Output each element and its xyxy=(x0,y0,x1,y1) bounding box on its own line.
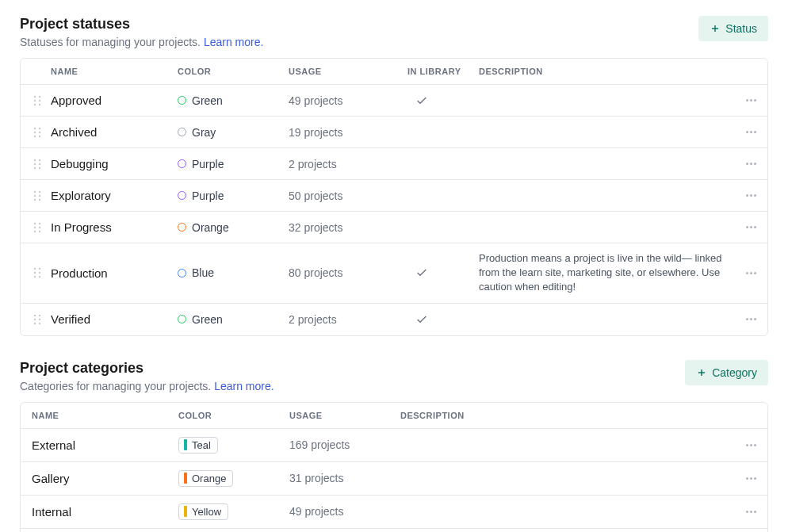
color-chip[interactable]: Teal xyxy=(178,437,218,454)
svg-point-6 xyxy=(34,103,36,105)
table-row: InternalYellow49 projects xyxy=(21,496,767,529)
add-status-button[interactable]: Status xyxy=(698,16,768,41)
drag-handle-icon[interactable] xyxy=(32,159,43,170)
table-row: ArchivedGray19 projects xyxy=(21,117,767,148)
statuses-table: Name Color Usage In Library Description … xyxy=(20,58,768,336)
svg-point-32 xyxy=(34,268,36,270)
status-usage: 49 projects xyxy=(289,94,407,107)
statuses-table-head: Name Color Usage In Library Description xyxy=(21,59,767,85)
drag-handle-icon[interactable] xyxy=(32,267,43,278)
color-swatch-icon xyxy=(178,159,186,168)
svg-point-18 xyxy=(34,166,36,168)
more-horizontal-icon xyxy=(746,444,756,446)
row-actions-button[interactable] xyxy=(733,163,756,165)
statuses-section: Project statuses Statuses for managing y… xyxy=(20,16,768,336)
color-swatch-icon xyxy=(178,315,186,323)
drag-handle-icon[interactable] xyxy=(32,314,43,325)
category-name: Gallery xyxy=(32,472,178,485)
row-actions-button[interactable] xyxy=(733,226,756,228)
svg-point-26 xyxy=(34,222,36,224)
table-row: ExternalTeal169 projects xyxy=(21,429,767,462)
color-chip[interactable]: Yellow xyxy=(178,503,228,520)
svg-point-39 xyxy=(39,314,40,316)
svg-point-25 xyxy=(39,198,40,200)
color-label: Orange xyxy=(192,473,226,484)
status-color: Green xyxy=(178,94,289,107)
statuses-header: Project statuses Statuses for managing y… xyxy=(20,16,768,48)
category-color: Teal xyxy=(178,437,289,454)
color-label: Orange xyxy=(192,221,229,234)
color-label: Purple xyxy=(192,189,224,202)
svg-point-22 xyxy=(34,194,36,196)
svg-point-14 xyxy=(34,159,36,160)
more-horizontal-icon xyxy=(746,226,756,228)
color-bar-icon xyxy=(184,439,187,450)
drag-handle-icon[interactable] xyxy=(32,222,43,233)
category-name: Internal xyxy=(32,505,178,519)
svg-point-40 xyxy=(34,318,36,320)
category-name: External xyxy=(32,438,178,452)
col-in-library: In Library xyxy=(407,67,479,76)
more-horizontal-icon xyxy=(746,131,756,133)
more-horizontal-icon xyxy=(746,272,756,274)
add-status-label: Status xyxy=(725,22,757,35)
check-icon xyxy=(415,266,428,279)
categories-heading-block: Project categories Categories for managi… xyxy=(20,360,274,392)
drag-handle-icon[interactable] xyxy=(32,190,43,201)
color-label: Blue xyxy=(192,266,214,279)
svg-point-4 xyxy=(34,99,36,101)
svg-point-36 xyxy=(34,276,36,277)
more-horizontal-icon xyxy=(746,99,756,101)
category-usage: 49 projects xyxy=(289,505,400,518)
table-row: GalleryOrange31 projects xyxy=(21,462,767,496)
svg-point-3 xyxy=(39,95,40,97)
row-actions-button[interactable] xyxy=(733,477,756,480)
categories-subtitle-text: Categories for managing your projects. xyxy=(20,380,214,392)
status-name: Verified xyxy=(51,312,178,326)
categories-header: Project categories Categories for managi… xyxy=(20,360,768,392)
categories-learn-more-link[interactable]: Learn more. xyxy=(214,380,274,392)
categories-table-head: Name Color Usage Description xyxy=(21,403,767,429)
status-color: Green xyxy=(178,313,289,326)
categories-title: Project categories xyxy=(20,360,274,377)
row-actions-button[interactable] xyxy=(733,99,756,101)
add-category-button[interactable]: Category xyxy=(685,360,768,385)
statuses-learn-more-link[interactable]: Learn more. xyxy=(204,36,263,48)
color-label: Green xyxy=(192,313,223,326)
svg-point-23 xyxy=(39,194,40,196)
row-actions-button[interactable] xyxy=(733,318,756,320)
status-name: Debugging xyxy=(51,157,178,170)
more-horizontal-icon xyxy=(746,194,756,197)
row-actions-button[interactable] xyxy=(733,194,756,197)
status-in-library xyxy=(407,94,479,107)
status-usage: 50 projects xyxy=(289,189,407,202)
statuses-subtitle-text: Statuses for managing your projects. xyxy=(20,36,204,48)
svg-point-9 xyxy=(39,127,40,128)
status-usage: 32 projects xyxy=(289,221,407,234)
status-name: Production xyxy=(51,266,178,280)
status-color: Orange xyxy=(178,221,289,234)
plus-icon xyxy=(710,23,721,34)
color-chip[interactable]: Orange xyxy=(178,470,233,487)
category-color: Orange xyxy=(178,470,289,487)
check-icon xyxy=(415,94,428,107)
row-actions-button[interactable] xyxy=(733,511,756,513)
drag-handle-icon[interactable] xyxy=(32,127,43,138)
col-description: Description xyxy=(400,411,733,420)
categories-subtitle: Categories for managing your projects. L… xyxy=(20,380,274,392)
svg-point-12 xyxy=(34,135,36,136)
row-actions-button[interactable] xyxy=(733,131,756,133)
check-icon xyxy=(415,313,428,326)
more-horizontal-icon xyxy=(746,511,756,513)
status-usage: 19 projects xyxy=(289,126,407,139)
row-actions-button[interactable] xyxy=(733,444,756,446)
row-actions-button[interactable] xyxy=(733,272,756,274)
color-label: Teal xyxy=(192,439,211,451)
drag-handle-icon[interactable] xyxy=(32,95,43,106)
svg-point-8 xyxy=(34,127,36,128)
color-label: Purple xyxy=(192,158,224,170)
more-horizontal-icon xyxy=(746,318,756,320)
status-name: In Progress xyxy=(51,220,178,234)
plus-icon xyxy=(696,367,707,378)
color-label: Gray xyxy=(192,126,216,139)
